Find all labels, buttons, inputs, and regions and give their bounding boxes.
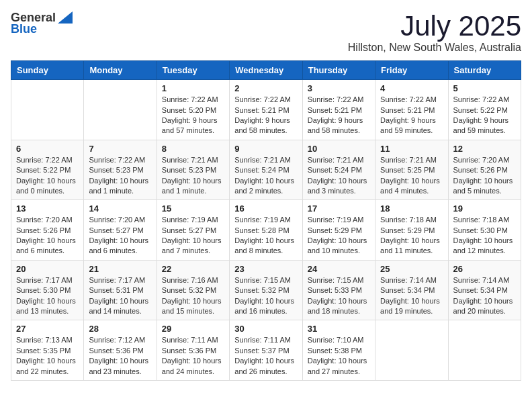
day-number: 19 xyxy=(453,203,516,214)
calendar-cell: 12Sunrise: 7:20 AM Sunset: 5:26 PM Dayli… xyxy=(448,140,521,200)
day-number: 24 xyxy=(308,264,370,274)
day-info: Sunrise: 7:17 AM Sunset: 5:30 PM Dayligh… xyxy=(16,275,79,317)
weekday-header-saturday: Saturday xyxy=(448,61,521,80)
calendar-cell: 8Sunrise: 7:21 AM Sunset: 5:23 PM Daylig… xyxy=(157,140,229,200)
calendar-cell: 2Sunrise: 7:22 AM Sunset: 5:21 PM Daylig… xyxy=(230,80,302,140)
weekday-header-tuesday: Tuesday xyxy=(157,61,229,80)
calendar-cell xyxy=(11,80,84,140)
day-info: Sunrise: 7:22 AM Sunset: 5:23 PM Dayligh… xyxy=(89,155,151,197)
calendar-cell xyxy=(84,80,157,140)
calendar-cell: 13Sunrise: 7:20 AM Sunset: 5:26 PM Dayli… xyxy=(11,200,84,261)
day-info: Sunrise: 7:22 AM Sunset: 5:21 PM Dayligh… xyxy=(308,95,370,136)
title-block: July 2025 Hillston, New South Wales, Aus… xyxy=(348,11,521,54)
calendar-table: SundayMondayTuesdayWednesdayThursdayFrid… xyxy=(11,60,521,381)
calendar-cell: 16Sunrise: 7:19 AM Sunset: 5:28 PM Dayli… xyxy=(230,200,302,261)
day-info: Sunrise: 7:22 AM Sunset: 5:21 PM Dayligh… xyxy=(380,95,443,136)
day-info: Sunrise: 7:20 AM Sunset: 5:27 PM Dayligh… xyxy=(89,215,151,257)
day-number: 15 xyxy=(162,203,224,214)
calendar-cell: 7Sunrise: 7:22 AM Sunset: 5:23 PM Daylig… xyxy=(84,140,157,200)
day-info: Sunrise: 7:15 AM Sunset: 5:33 PM Dayligh… xyxy=(308,275,370,317)
day-number: 11 xyxy=(380,144,443,154)
calendar-cell xyxy=(448,320,521,381)
calendar-cell: 11Sunrise: 7:21 AM Sunset: 5:25 PM Dayli… xyxy=(375,140,448,200)
calendar-cell: 18Sunrise: 7:18 AM Sunset: 5:29 PM Dayli… xyxy=(375,200,448,261)
day-info: Sunrise: 7:13 AM Sunset: 5:35 PM Dayligh… xyxy=(16,335,79,377)
calendar-cell: 5Sunrise: 7:22 AM Sunset: 5:22 PM Daylig… xyxy=(448,80,521,140)
day-number: 27 xyxy=(16,324,79,334)
day-number: 5 xyxy=(453,83,516,93)
day-info: Sunrise: 7:19 AM Sunset: 5:28 PM Dayligh… xyxy=(234,215,297,257)
day-number: 16 xyxy=(234,203,297,214)
calendar-cell: 15Sunrise: 7:19 AM Sunset: 5:27 PM Dayli… xyxy=(157,200,229,261)
day-info: Sunrise: 7:20 AM Sunset: 5:26 PM Dayligh… xyxy=(16,215,79,257)
day-info: Sunrise: 7:14 AM Sunset: 5:34 PM Dayligh… xyxy=(380,275,443,317)
calendar-cell: 27Sunrise: 7:13 AM Sunset: 5:35 PM Dayli… xyxy=(11,320,84,381)
day-number: 7 xyxy=(89,144,151,154)
calendar-cell: 22Sunrise: 7:16 AM Sunset: 5:32 PM Dayli… xyxy=(157,260,229,320)
calendar-week-row: 27Sunrise: 7:13 AM Sunset: 5:35 PM Dayli… xyxy=(11,320,521,381)
calendar-week-row: 1Sunrise: 7:22 AM Sunset: 5:20 PM Daylig… xyxy=(11,80,521,140)
day-info: Sunrise: 7:17 AM Sunset: 5:31 PM Dayligh… xyxy=(89,275,151,317)
svg-marker-0 xyxy=(58,11,73,24)
day-info: Sunrise: 7:18 AM Sunset: 5:29 PM Dayligh… xyxy=(380,215,443,257)
day-number: 13 xyxy=(16,203,79,214)
calendar-cell: 31Sunrise: 7:10 AM Sunset: 5:38 PM Dayli… xyxy=(302,320,375,381)
day-info: Sunrise: 7:11 AM Sunset: 5:36 PM Dayligh… xyxy=(162,335,224,377)
calendar-cell: 26Sunrise: 7:14 AM Sunset: 5:34 PM Dayli… xyxy=(448,260,521,320)
calendar-cell xyxy=(375,320,448,381)
calendar-cell: 10Sunrise: 7:21 AM Sunset: 5:24 PM Dayli… xyxy=(302,140,375,200)
day-info: Sunrise: 7:16 AM Sunset: 5:32 PM Dayligh… xyxy=(162,275,224,317)
logo: General Blue xyxy=(11,11,73,36)
day-number: 2 xyxy=(234,83,297,93)
day-info: Sunrise: 7:22 AM Sunset: 5:22 PM Dayligh… xyxy=(16,155,79,197)
day-number: 8 xyxy=(162,144,224,154)
day-info: Sunrise: 7:14 AM Sunset: 5:34 PM Dayligh… xyxy=(453,275,516,317)
day-info: Sunrise: 7:19 AM Sunset: 5:29 PM Dayligh… xyxy=(308,215,370,257)
calendar-cell: 28Sunrise: 7:12 AM Sunset: 5:36 PM Dayli… xyxy=(84,320,157,381)
day-number: 29 xyxy=(162,324,224,334)
month-title: July 2025 xyxy=(348,11,521,42)
weekday-header-monday: Monday xyxy=(84,61,157,80)
day-number: 6 xyxy=(16,144,79,154)
logo-icon xyxy=(58,11,73,24)
day-number: 18 xyxy=(380,203,443,214)
day-number: 25 xyxy=(380,264,443,274)
weekday-header-thursday: Thursday xyxy=(302,61,375,80)
day-number: 1 xyxy=(162,83,224,93)
calendar-cell: 30Sunrise: 7:11 AM Sunset: 5:37 PM Dayli… xyxy=(230,320,302,381)
day-number: 10 xyxy=(308,144,370,154)
day-info: Sunrise: 7:15 AM Sunset: 5:32 PM Dayligh… xyxy=(234,275,297,317)
day-info: Sunrise: 7:22 AM Sunset: 5:22 PM Dayligh… xyxy=(453,95,516,136)
day-number: 3 xyxy=(308,83,370,93)
weekday-header-wednesday: Wednesday xyxy=(230,61,302,80)
day-info: Sunrise: 7:21 AM Sunset: 5:25 PM Dayligh… xyxy=(380,155,443,197)
calendar-cell: 1Sunrise: 7:22 AM Sunset: 5:20 PM Daylig… xyxy=(157,80,229,140)
calendar-cell: 9Sunrise: 7:21 AM Sunset: 5:24 PM Daylig… xyxy=(230,140,302,200)
day-number: 12 xyxy=(453,144,516,154)
calendar-cell: 24Sunrise: 7:15 AM Sunset: 5:33 PM Dayli… xyxy=(302,260,375,320)
day-number: 31 xyxy=(308,324,370,334)
day-number: 4 xyxy=(380,83,443,93)
day-number: 20 xyxy=(16,264,79,274)
day-info: Sunrise: 7:22 AM Sunset: 5:21 PM Dayligh… xyxy=(234,95,297,136)
day-info: Sunrise: 7:11 AM Sunset: 5:37 PM Dayligh… xyxy=(234,335,297,377)
calendar-week-row: 20Sunrise: 7:17 AM Sunset: 5:30 PM Dayli… xyxy=(11,260,521,320)
weekday-header-sunday: Sunday xyxy=(11,61,84,80)
day-info: Sunrise: 7:21 AM Sunset: 5:24 PM Dayligh… xyxy=(234,155,297,197)
day-info: Sunrise: 7:21 AM Sunset: 5:24 PM Dayligh… xyxy=(308,155,370,197)
calendar-cell: 20Sunrise: 7:17 AM Sunset: 5:30 PM Dayli… xyxy=(11,260,84,320)
weekday-header-friday: Friday xyxy=(375,61,448,80)
day-number: 26 xyxy=(453,264,516,274)
page-header: General Blue July 2025 Hillston, New Sou… xyxy=(11,11,521,54)
day-info: Sunrise: 7:22 AM Sunset: 5:20 PM Dayligh… xyxy=(162,95,224,136)
day-number: 9 xyxy=(234,144,297,154)
day-number: 21 xyxy=(89,264,151,274)
calendar-cell: 3Sunrise: 7:22 AM Sunset: 5:21 PM Daylig… xyxy=(302,80,375,140)
day-info: Sunrise: 7:20 AM Sunset: 5:26 PM Dayligh… xyxy=(453,155,516,197)
calendar-cell: 23Sunrise: 7:15 AM Sunset: 5:32 PM Dayli… xyxy=(230,260,302,320)
calendar-cell: 14Sunrise: 7:20 AM Sunset: 5:27 PM Dayli… xyxy=(84,200,157,261)
day-number: 14 xyxy=(89,203,151,214)
day-number: 23 xyxy=(234,264,297,274)
calendar-cell: 19Sunrise: 7:18 AM Sunset: 5:30 PM Dayli… xyxy=(448,200,521,261)
day-info: Sunrise: 7:12 AM Sunset: 5:36 PM Dayligh… xyxy=(89,335,151,377)
